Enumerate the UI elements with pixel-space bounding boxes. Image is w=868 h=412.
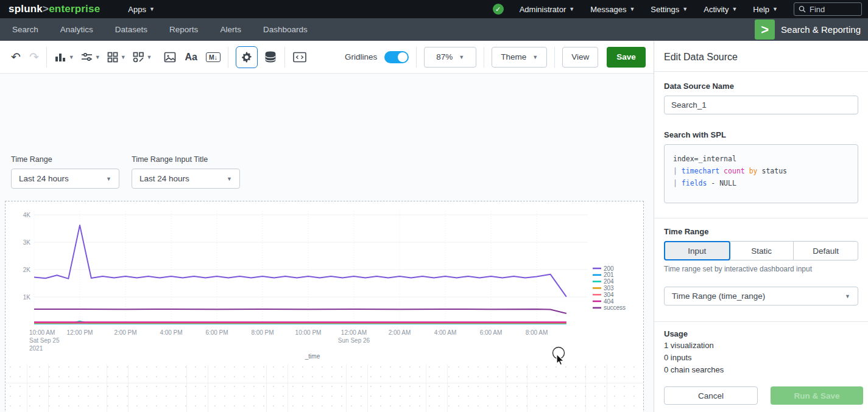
canvas-input-label: Time Range xyxy=(11,155,119,164)
series-line-200[interactable] xyxy=(34,225,566,297)
apps-menu[interactable]: Apps▼ xyxy=(128,5,155,14)
menu-label: Activity xyxy=(704,5,729,14)
legend-label: 204 xyxy=(604,278,614,285)
topbar-menu-messages[interactable]: Messages▼ xyxy=(590,5,635,14)
appbar-item-search[interactable]: Search xyxy=(12,25,38,34)
legend-item-success[interactable]: success xyxy=(593,304,626,311)
appbar-item-reports[interactable]: Reports xyxy=(169,25,198,34)
time-range-tab-default[interactable]: Default xyxy=(794,242,858,260)
gridlines-toggle[interactable] xyxy=(384,51,409,63)
add-markdown-button[interactable]: M↓ xyxy=(206,52,221,62)
data-sources-button[interactable] xyxy=(264,51,277,64)
line-chart-widget[interactable]: 1K2K3K4K10:00 AMSat Sep 25202112:00 PM2:… xyxy=(8,205,641,365)
appbar-item-alerts[interactable]: Alerts xyxy=(220,25,241,34)
x-axis-tick-label: 2:00 PM xyxy=(114,329,136,336)
dashboard-selected-canvas[interactable]: 1K2K3K4K10:00 AMSat Sep 25202112:00 PM2:… xyxy=(5,201,644,412)
edit-data-source-panel: Edit Data Source Data Source Name Search… xyxy=(654,41,868,412)
canvas-input-dropdown[interactable]: Last 24 hours▼ xyxy=(132,169,240,189)
redo-icon[interactable]: ↷ xyxy=(29,50,39,64)
topbar-menu-help[interactable]: Help▼ xyxy=(753,5,778,14)
chevron-down-icon: ▼ xyxy=(845,293,850,299)
toolbar-divider xyxy=(416,47,417,68)
splunk-logo[interactable]: splunk>enterprise xyxy=(9,3,100,15)
appbar-item-dashboards[interactable]: Dashboards xyxy=(263,25,308,34)
canvas-input-1: Time Range Input TitleLast 24 hours▼ xyxy=(132,155,240,189)
spl-editor[interactable]: index=_internal| timechart count by stat… xyxy=(664,144,858,203)
spl-line: index=_internal xyxy=(673,153,849,165)
layout-grid-button[interactable]: ▼ xyxy=(107,51,126,63)
search-reporting-logo[interactable]: > xyxy=(755,19,775,40)
toolbar-divider xyxy=(484,47,484,68)
add-chart-button[interactable]: ▼ xyxy=(54,51,74,63)
toolbar-divider xyxy=(228,47,228,68)
spl-token: | xyxy=(673,179,682,187)
spl-label: Search with SPL xyxy=(664,130,858,139)
usage-line: 1 visualization xyxy=(664,340,858,352)
legend-item-201[interactable]: 201 xyxy=(593,271,614,278)
spl-token: - NULL xyxy=(707,179,736,187)
top-nav-bar: splunk>enterprise Apps▼ ✓ Administrator▼… xyxy=(0,0,868,18)
gear-icon xyxy=(241,51,253,63)
source-code-button[interactable] xyxy=(292,51,307,63)
time-range-tab-input[interactable]: Input xyxy=(664,241,730,260)
add-input-button[interactable]: ▼ xyxy=(80,51,101,63)
view-button[interactable]: View xyxy=(562,47,598,68)
timechart-visualization[interactable]: 1K2K3K4K10:00 AMSat Sep 25202112:00 PM2:… xyxy=(8,205,641,365)
chevron-down-icon: ▼ xyxy=(459,54,464,60)
series-line-success[interactable] xyxy=(34,309,566,313)
configuration-panel-toggle[interactable] xyxy=(236,46,258,68)
spl-token: | xyxy=(673,167,682,175)
theme-dropdown[interactable]: Theme▼ xyxy=(492,47,547,68)
menu-label: Help xyxy=(753,5,769,14)
legend-label: 200 xyxy=(604,265,614,272)
y-axis-tick-label: 3K xyxy=(23,239,31,246)
zoom-level-dropdown[interactable]: 87%▼ xyxy=(424,47,476,68)
x-axis-tick-label: 6:00 AM xyxy=(480,329,503,336)
y-axis-tick-label: 2K xyxy=(23,267,31,273)
x-axis-tick-label: 2021 xyxy=(29,345,43,352)
time-range-helper-text: Time range set by interactive dashboard … xyxy=(664,265,858,273)
chevron-down-icon: ▼ xyxy=(629,7,635,12)
topbar-menu-activity[interactable]: Activity▼ xyxy=(704,5,737,14)
add-text-button[interactable]: Aa xyxy=(185,52,197,63)
toolbar-divider xyxy=(284,47,285,68)
legend-item-204[interactable]: 204 xyxy=(593,278,614,285)
spl-token: index=_internal xyxy=(673,155,736,163)
data-source-name-input[interactable] xyxy=(664,96,858,114)
x-axis-tick-label: 8:00 PM xyxy=(251,329,273,336)
spl-token: by xyxy=(749,167,758,175)
x-axis-tick-label: 12:00 PM xyxy=(67,329,93,336)
appbar-item-datasets[interactable]: Datasets xyxy=(115,25,147,34)
topbar-menu-settings[interactable]: Settings▼ xyxy=(651,5,688,14)
x-axis-tick-label: 12:00 AM xyxy=(341,329,367,336)
divider xyxy=(654,321,868,322)
canvas-input-dropdown[interactable]: Last 24 hours▼ xyxy=(11,169,119,189)
appbar-item-analytics[interactable]: Analytics xyxy=(60,25,93,34)
app-nav-bar: SearchAnalyticsDatasetsReportsAlertsDash… xyxy=(0,18,868,41)
spl-token xyxy=(745,167,749,175)
canvas-input-0: Time RangeLast 24 hours▼ xyxy=(11,155,119,189)
health-check-icon[interactable]: ✓ xyxy=(493,4,504,15)
time-range-input-dropdown[interactable]: Time Range (time_range)▼ xyxy=(664,287,858,306)
dashboard-canvas-area: Time RangeLast 24 hours▼Time Range Input… xyxy=(0,74,654,412)
save-button[interactable]: Save xyxy=(607,47,646,68)
chevron-down-icon: ▼ xyxy=(95,54,101,60)
find-input[interactable] xyxy=(810,5,852,14)
time-range-tab-static[interactable]: Static xyxy=(730,242,794,260)
undo-icon[interactable]: ↶ xyxy=(11,50,21,64)
cancel-button[interactable]: Cancel xyxy=(664,386,758,405)
run-save-button[interactable]: Run & Save xyxy=(771,386,863,405)
add-shape-button[interactable]: ▼ xyxy=(132,51,152,63)
add-image-button[interactable] xyxy=(163,51,177,63)
menu-label: Settings xyxy=(651,5,679,14)
spl-line: | fields - NULL xyxy=(673,177,849,189)
spl-token: count xyxy=(724,167,745,175)
gridlines-label: Gridlines xyxy=(345,52,377,61)
legend-item-404[interactable]: 404 xyxy=(593,298,614,305)
legend-item-200[interactable]: 200 xyxy=(593,265,614,272)
find-search-box[interactable] xyxy=(794,2,862,16)
x-axis-tick-label: 10:00 PM xyxy=(295,329,322,336)
topbar-menu-administrator[interactable]: Administrator▼ xyxy=(520,5,575,14)
legend-item-303[interactable]: 303 xyxy=(593,285,614,292)
legend-item-304[interactable]: 304 xyxy=(593,292,614,298)
